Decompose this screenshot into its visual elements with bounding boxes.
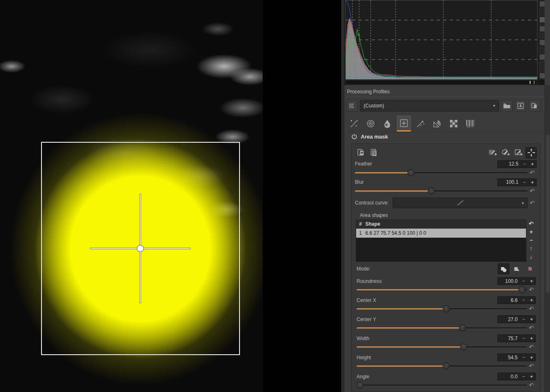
histogram-chroma-toggle[interactable] [539, 54, 545, 60]
height-reset-button[interactable]: ↶ [527, 363, 536, 369]
histogram-luma-toggle[interactable] [539, 39, 545, 46]
panel-scrollbar-thumb[interactable] [546, 135, 550, 292]
tab-color[interactable] [380, 116, 394, 131]
height-slider[interactable] [357, 362, 527, 370]
center-y-slider[interactable] [357, 324, 527, 331]
tab-raw[interactable] [447, 116, 461, 131]
feather-decrement-button[interactable]: − [521, 161, 528, 167]
histogram-panel [345, 0, 545, 85]
center-x-value-box[interactable]: 6.6 − + [497, 296, 536, 304]
tab-local-adjustments[interactable] [397, 116, 411, 131]
mask-center-handle[interactable] [137, 245, 144, 252]
histogram-red-toggle[interactable] [539, 1, 545, 7]
save-icon [517, 102, 524, 109]
blur-increment-button[interactable]: + [528, 179, 536, 185]
center-x-slider[interactable] [357, 305, 527, 312]
roundness-slider[interactable] [357, 286, 527, 293]
feather-increment-button[interactable]: + [528, 161, 536, 167]
height-value-box[interactable]: 54.5 − + [497, 353, 536, 361]
feather-slider[interactable] [355, 169, 528, 176]
copy-profile-button[interactable] [528, 100, 540, 112]
angle-label: Angle [357, 374, 369, 380]
center-x-reset-button[interactable]: ↶ [527, 305, 536, 312]
mode-intersect-button[interactable] [524, 263, 536, 274]
shape-list-row[interactable]: 1 6.6 27 75.7 54.5 0 100 | 0 0 [356, 229, 526, 238]
histogram-scale-bar[interactable] [345, 80, 538, 85]
tab-advanced[interactable] [413, 116, 428, 131]
angle-decrement-button[interactable]: − [520, 373, 528, 380]
roundness-decrement-button[interactable]: − [520, 278, 528, 284]
tab-exposure[interactable] [347, 116, 361, 131]
roundness-value-box[interactable]: 100.0 − + [497, 277, 536, 285]
mode-subtract-button[interactable] [511, 263, 523, 274]
feather-reset-button[interactable]: ↶ [528, 169, 537, 176]
tab-detail[interactable] [364, 116, 378, 131]
histogram-blue-toggle[interactable] [539, 26, 545, 32]
histogram-mode-toggle[interactable] [539, 73, 545, 79]
angle-value-box[interactable]: 0.0 − + [497, 373, 536, 380]
shape-add-button[interactable]: + [526, 228, 536, 236]
roundness-reset-button[interactable]: ↶ [527, 286, 536, 293]
shape-reset-button[interactable]: ↶ [526, 219, 536, 228]
center-y-value-box[interactable]: 27.0 − + [497, 315, 536, 323]
width-value-box[interactable]: 75.7 − + [497, 334, 536, 342]
add-rectangle-shape-button[interactable] [513, 147, 524, 158]
blur-decrement-button[interactable]: − [521, 179, 528, 185]
copy-mask-button[interactable] [355, 147, 366, 158]
load-profile-button[interactable] [501, 100, 513, 112]
width-reset-button[interactable]: ↶ [527, 343, 536, 350]
blur-value-box[interactable]: 100.1 − + [497, 178, 537, 186]
center-y-decrement-button[interactable]: − [520, 316, 528, 322]
histogram-green-toggle[interactable] [539, 17, 545, 23]
contrast-curve-reset-button[interactable]: ↶ [528, 200, 537, 206]
height-row: Height 54.5 − + [356, 353, 536, 361]
angle-increment-button[interactable]: + [528, 373, 535, 380]
profile-list-icon[interactable] [346, 100, 358, 112]
histogram-button-strip [538, 0, 545, 80]
blur-value: 100.1 [498, 179, 521, 185]
width-slider[interactable] [357, 343, 527, 351]
shape-move-up-button[interactable]: ↑ [526, 244, 536, 253]
feather-label: Feather [355, 161, 372, 167]
area-mask-header[interactable]: Area mask [351, 134, 388, 140]
image-preview[interactable] [0, 0, 263, 392]
center-y-value: 27.0 [498, 317, 520, 322]
contrast-curve-select[interactable]: ▾ [393, 197, 528, 208]
panel-scrollbar[interactable] [545, 85, 550, 392]
width-increment-button[interactable]: + [528, 335, 535, 341]
height-label: Height [357, 355, 371, 360]
roundness-row: Roundness 100.0 − + [356, 277, 536, 285]
edit-shapes-toggle[interactable] [526, 147, 537, 158]
shape-row-index: 1 [356, 230, 365, 236]
mode-row: Mode: [356, 263, 536, 275]
add-polygon-shape-button[interactable] [500, 147, 511, 158]
save-profile-button[interactable] [515, 100, 526, 112]
profile-select[interactable]: (Custom) ▾ [360, 100, 499, 112]
center-y-reset-button[interactable]: ↶ [527, 324, 536, 331]
height-increment-button[interactable]: + [528, 354, 535, 360]
angle-reset-button[interactable]: ↶ [527, 382, 536, 388]
shape-remove-button[interactable]: − [526, 236, 536, 244]
roundness-label: Roundness [357, 278, 382, 284]
blur-reset-button[interactable]: ↶ [528, 187, 537, 194]
feather-value-box[interactable]: 12.5 − + [497, 160, 537, 168]
roundness-increment-button[interactable]: + [528, 278, 535, 284]
center-x-increment-button[interactable]: + [528, 297, 535, 303]
shape-list[interactable]: # Shape 1 6.6 27 75.7 54.5 0 100 | 0 0 [356, 219, 526, 262]
area-shapes-section: Area shapes # Shape 1 6.6 27 75.7 54.5 0… [356, 212, 536, 392]
width-decrement-button[interactable]: − [520, 335, 528, 341]
tab-metadata[interactable]: META [463, 116, 477, 131]
center-x-decrement-button[interactable]: − [520, 297, 528, 303]
center-y-increment-button[interactable]: + [528, 316, 535, 322]
paste-mask-button[interactable] [368, 147, 379, 158]
center-y-label: Center Y [357, 317, 376, 322]
angle-slider[interactable] [357, 381, 527, 389]
add-gradient-shape-button[interactable] [487, 147, 498, 158]
blur-slider[interactable] [355, 187, 528, 195]
height-decrement-button[interactable]: − [520, 354, 528, 360]
mode-add-button[interactable] [498, 263, 509, 274]
shape-move-down-button[interactable]: ↓ [526, 253, 536, 261]
mode-label: Mode: [357, 266, 370, 272]
power-icon[interactable] [351, 134, 357, 140]
tab-transform[interactable] [430, 116, 444, 131]
